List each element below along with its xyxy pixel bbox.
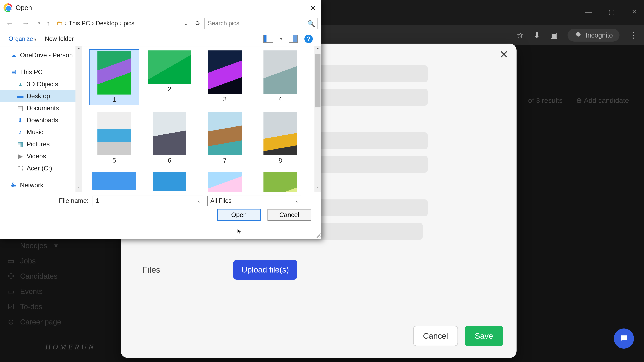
nav-forward-button[interactable]: → xyxy=(20,19,32,27)
dialog-title: Open xyxy=(16,4,32,11)
tree-scrollbar[interactable]: ˄˅ xyxy=(76,46,82,192)
window-minimize-button[interactable]: — xyxy=(585,8,592,16)
dialog-cancel-button[interactable]: Cancel xyxy=(268,209,311,221)
file-thumb-partial[interactable] xyxy=(200,170,250,192)
upload-files-button[interactable]: Upload file(s) xyxy=(233,260,297,280)
filename-value: 1 xyxy=(96,197,99,204)
thumbnail-label: 4 xyxy=(278,96,282,103)
tree-node-pictures[interactable]: ▦Pictures xyxy=(0,138,82,150)
incognito-badge[interactable]: Incognito xyxy=(568,29,620,41)
file-open-dialog: Open ✕ ← → ▾ ↑ 🗀 › This PC› Desktop› pic… xyxy=(0,0,321,239)
dialog-open-button[interactable]: Open xyxy=(217,209,261,221)
bg-nav-header: Noodjes▾ xyxy=(7,241,61,250)
file-thumb-partial[interactable] xyxy=(255,170,306,192)
modal-divider xyxy=(121,316,516,317)
tree-icon: ⬚ xyxy=(17,165,24,172)
file-thumb-3[interactable]: 3 xyxy=(200,49,250,105)
thumbnail-label: 6 xyxy=(168,157,171,164)
thumbnail-image xyxy=(264,50,297,94)
file-thumb-5[interactable]: 5 xyxy=(89,110,139,165)
chrome-icon xyxy=(4,3,12,12)
search-input[interactable]: Search pics 🔍 xyxy=(204,17,318,29)
nav-up-button[interactable]: ↑ xyxy=(46,19,50,27)
dialog-bottom-bar: File name: 1 ⌄ All Files ⌄ Open Cancel xyxy=(0,192,321,224)
modal-save-button[interactable]: Save xyxy=(465,326,503,346)
browser-menu-icon[interactable]: ⋮ xyxy=(630,31,637,40)
incognito-label: Incognito xyxy=(586,31,613,39)
file-thumb-4[interactable]: 4 xyxy=(255,49,306,105)
tree-icon: 🖥 xyxy=(10,68,17,76)
help-button[interactable]: ? xyxy=(304,35,313,43)
bookmark-star-icon[interactable]: ☆ xyxy=(517,31,524,40)
file-thumb-partial[interactable] xyxy=(144,170,195,192)
tree-node-desktop[interactable]: ▬Desktop xyxy=(0,90,82,102)
nav-recent-button[interactable]: ▾ xyxy=(36,21,42,26)
tree-node-music[interactable]: ♪Music xyxy=(0,126,82,138)
tree-node-documents[interactable]: ▤Documents xyxy=(0,102,82,114)
tree-node-acer-c-[interactable]: ⬚Acer (C:) xyxy=(0,162,82,174)
search-placeholder: Search pics xyxy=(208,20,239,27)
breadcrumb-pics[interactable]: pics xyxy=(124,20,134,27)
file-thumb-2[interactable]: 2 xyxy=(144,49,195,105)
new-folder-button[interactable]: New folder xyxy=(45,35,74,42)
scroll-up-icon[interactable]: ˄ xyxy=(76,46,82,53)
file-thumb-6[interactable]: 6 xyxy=(144,110,195,165)
breadcrumb-dropdown[interactable]: ⌄ xyxy=(184,20,189,27)
dialog-close-button[interactable]: ✕ xyxy=(310,4,316,12)
tree-label: 3D Objects xyxy=(27,81,58,88)
preview-pane-button[interactable] xyxy=(289,35,298,43)
scroll-up-icon[interactable]: ˄ xyxy=(314,46,321,53)
incognito-icon xyxy=(574,31,582,39)
breadcrumb-desktop[interactable]: Desktop› xyxy=(96,20,122,27)
modal-close-button[interactable]: ✕ xyxy=(500,48,508,61)
resize-grip[interactable] xyxy=(316,233,320,238)
nav-refresh-button[interactable]: ⟳ xyxy=(196,20,200,27)
tree-node-network[interactable]: 🖧Network xyxy=(0,179,82,191)
tree-node-onedrive-person[interactable]: ☁OneDrive - Person xyxy=(0,49,82,61)
scroll-down-icon[interactable]: ˅ xyxy=(76,186,82,192)
thumbnail-image xyxy=(153,172,186,192)
window-close-button[interactable]: ✕ xyxy=(632,8,637,16)
folder-icon: 🗀 xyxy=(56,20,62,27)
bg-logo: HOMERUN xyxy=(45,343,96,351)
tree-node-videos[interactable]: ▶Videos xyxy=(0,150,82,162)
file-thumb-7[interactable]: 7 xyxy=(200,110,250,165)
downloads-icon[interactable]: ⬇ xyxy=(534,31,540,40)
filetype-select[interactable]: All Files ⌄ xyxy=(207,196,301,206)
modal-cancel-button[interactable]: Cancel xyxy=(413,326,458,346)
file-thumb-8[interactable]: 8 xyxy=(255,110,306,165)
breadcrumb-this-pc[interactable]: This PC› xyxy=(68,20,94,27)
scroll-thumb[interactable] xyxy=(315,54,320,107)
file-grid: 12345678 ˄ ˅ xyxy=(82,46,321,192)
tree-node-3d-objects[interactable]: ▴3D Objects xyxy=(0,78,82,90)
tree-node-this-pc[interactable]: 🖥This PC xyxy=(0,66,82,78)
search-icon: 🔍 xyxy=(307,20,315,27)
organize-menu[interactable]: Organize xyxy=(8,35,36,42)
filename-input[interactable]: 1 ⌄ xyxy=(92,196,203,206)
file-thumb-1[interactable]: 1 xyxy=(89,49,139,105)
view-mode-button[interactable] xyxy=(263,35,273,43)
tree-icon: ▴ xyxy=(17,80,24,88)
chat-launcher-button[interactable] xyxy=(614,329,634,349)
window-maximize-button[interactable]: ▢ xyxy=(608,8,615,16)
tree-label: Acer (C:) xyxy=(27,165,52,172)
dialog-toolbar: Organize New folder ▾ ? xyxy=(0,31,321,46)
tree-icon: ⬇ xyxy=(17,116,24,124)
file-thumb-partial[interactable] xyxy=(89,170,139,192)
side-panel-icon[interactable]: ▣ xyxy=(550,31,558,40)
filename-dropdown[interactable]: ⌄ xyxy=(198,198,201,204)
view-mode-dropdown[interactable]: ▾ xyxy=(280,36,282,41)
tree-node-downloads[interactable]: ⬇Downloads xyxy=(0,114,82,126)
breadcrumb[interactable]: 🗀 › This PC› Desktop› pics ⌄ xyxy=(54,17,191,29)
tree-label: Music xyxy=(27,129,43,136)
tree-icon: ▬ xyxy=(17,92,24,100)
scroll-down-icon[interactable]: ˅ xyxy=(314,186,321,192)
file-grid-scrollbar[interactable]: ˄ ˅ xyxy=(314,46,321,192)
tree-icon: ▶ xyxy=(17,152,24,160)
thumbnail-label: 5 xyxy=(112,157,116,164)
thumbnail-image xyxy=(208,172,242,192)
nav-back-button[interactable]: ← xyxy=(4,19,16,27)
tree-label: Pictures xyxy=(27,141,50,148)
filetype-dropdown[interactable]: ⌄ xyxy=(295,198,299,204)
tree-icon: ▦ xyxy=(17,140,24,148)
